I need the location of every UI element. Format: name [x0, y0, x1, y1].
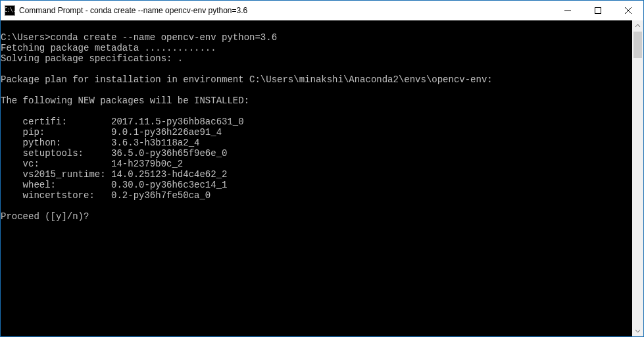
package-version: 14-h2379b0c_2: [111, 159, 183, 169]
package-row: wheel: 0.30.0-py36h6c3ec14_1: [1, 180, 227, 190]
content-area: C:\Users>conda create --name opencv-env …: [1, 20, 643, 336]
package-name: certifi:: [23, 117, 111, 127]
scroll-thumb[interactable]: [633, 32, 642, 58]
terminal-line: Package plan for installation in environ…: [1, 74, 493, 85]
package-row: certifi: 2017.11.5-py36hb8ac631_0: [1, 117, 244, 127]
package-row: python: 3.6.3-h3b118a2_4: [1, 138, 199, 148]
window-frame: C:\. Command Prompt - conda create --nam…: [0, 0, 644, 337]
package-version: 0.2-py36h7fe50ca_0: [111, 190, 211, 201]
package-version: 14.0.25123-hd4c4e62_2: [111, 169, 227, 180]
window-title: Command Prompt - conda create --name ope…: [19, 6, 247, 15]
package-name: setuptools:: [23, 148, 111, 159]
package-name: pip:: [23, 127, 111, 138]
scroll-up-button[interactable]: [632, 20, 643, 32]
minimize-button[interactable]: [553, 1, 583, 20]
package-version: 36.5.0-py36h65f9e6e_0: [111, 148, 227, 159]
package-name: vs2015_runtime:: [23, 169, 111, 180]
scroll-down-button[interactable]: [632, 325, 643, 336]
terminal-line: C:\Users>conda create --name opencv-env …: [1, 32, 277, 43]
terminal-output[interactable]: C:\Users>conda create --name opencv-env …: [1, 20, 632, 336]
close-button[interactable]: [613, 1, 643, 20]
package-version: 0.30.0-py36h6c3ec14_1: [111, 180, 227, 190]
package-version: 9.0.1-py36h226ae91_4: [111, 127, 222, 138]
terminal-line: Solving package specifications: .: [1, 53, 183, 64]
package-row: wincertstore: 0.2-py36h7fe50ca_0: [1, 190, 211, 201]
package-version: 2017.11.5-py36hb8ac631_0: [111, 117, 244, 127]
terminal-line: The following NEW packages will be INSTA…: [1, 95, 249, 106]
svg-rect-1: [595, 8, 601, 14]
package-version: 3.6.3-h3b118a2_4: [111, 138, 199, 148]
terminal-line: Fetching package metadata .............: [1, 43, 216, 53]
titlebar[interactable]: C:\. Command Prompt - conda create --nam…: [1, 1, 643, 20]
maximize-button[interactable]: [583, 1, 613, 20]
package-row: setuptools: 36.5.0-py36h65f9e6e_0: [1, 148, 227, 159]
scroll-track[interactable]: [632, 32, 643, 325]
window-controls: [553, 1, 643, 20]
package-name: wheel:: [23, 180, 111, 190]
package-name: vc:: [23, 159, 111, 169]
package-row: vc: 14-h2379b0c_2: [1, 159, 183, 169]
cmd-icon: C:\.: [5, 5, 15, 16]
vertical-scrollbar[interactable]: [632, 20, 643, 336]
package-row: pip: 9.0.1-py36h226ae91_4: [1, 127, 222, 138]
package-row: vs2015_runtime: 14.0.25123-hd4c4e62_2: [1, 169, 227, 180]
terminal-line: Proceed ([y]/n)?: [1, 211, 89, 222]
package-name: python:: [23, 138, 111, 148]
package-name: wincertstore:: [23, 190, 111, 201]
